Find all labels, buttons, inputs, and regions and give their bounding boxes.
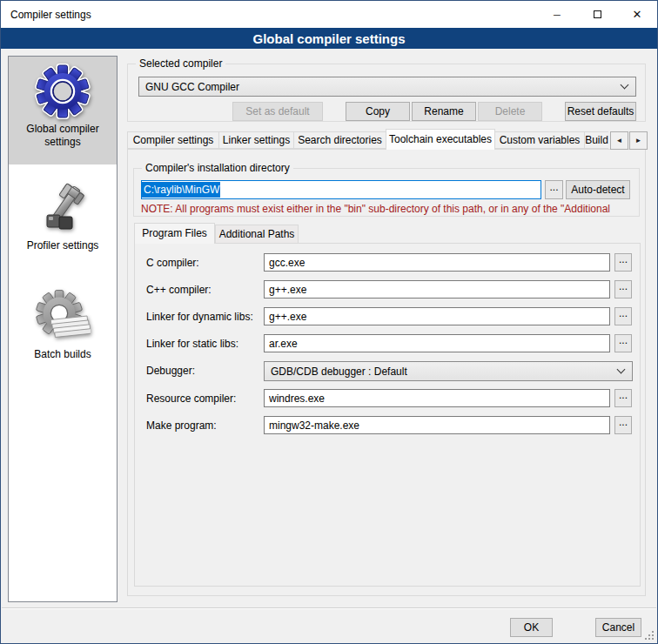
field-row-dynamic-linker: Linker for dynamic libs: ... <box>135 307 640 326</box>
field-row-c-compiler: C compiler: ... <box>135 253 640 272</box>
sidebar-item-global-compiler-settings[interactable]: Global compiler settings <box>9 57 117 164</box>
browse-dynamic-linker-button[interactable]: ... <box>614 307 632 325</box>
field-row-resource-compiler: Resource compiler: ... <box>135 389 640 408</box>
field-label: C compiler: <box>146 257 199 269</box>
batch-builds-icon <box>35 289 91 345</box>
field-label: Linker for static libs: <box>146 338 238 350</box>
installation-directory-group: Compiler's installation directory C:\ray… <box>133 168 640 217</box>
resize-grip[interactable] <box>644 630 655 641</box>
tab-linker-settings[interactable]: Linker settings <box>218 131 294 149</box>
reset-defaults-button[interactable]: Reset defaults <box>565 102 636 121</box>
copy-button[interactable]: Copy <box>346 102 410 121</box>
field-row-cpp-compiler: C++ compiler: ... <box>135 280 640 299</box>
cpp-compiler-input[interactable] <box>264 280 610 299</box>
compiler-select-value: GNU GCC Compiler <box>145 81 239 93</box>
field-label: Resource compiler: <box>146 392 236 405</box>
field-label: Make program: <box>146 419 217 432</box>
tab-scroll-left-button[interactable]: ◄ <box>610 131 628 150</box>
caliper-icon <box>35 180 91 236</box>
tab-build-options[interactable]: Build <box>584 131 608 149</box>
field-row-static-linker: Linker for static libs: ... <box>135 334 640 353</box>
sidebar-item-batch-builds[interactable]: Batch builds <box>9 285 117 382</box>
minimize-button[interactable]: ─ <box>537 1 577 28</box>
window-title: Compiler settings <box>10 9 91 21</box>
tab-toolchain-executables[interactable]: Toolchain executables <box>386 129 495 150</box>
settings-category-list: Global compiler settings Pr <box>8 56 118 602</box>
maximize-button[interactable] <box>577 1 617 28</box>
note-text: NOTE: All programs must exist either in … <box>141 203 634 215</box>
close-icon: ✕ <box>633 8 642 21</box>
delete-button[interactable]: Delete <box>478 102 542 121</box>
debugger-select[interactable]: GDB/CDB debugger : Default <box>264 361 633 381</box>
browse-make-program-button[interactable]: ... <box>614 416 632 434</box>
page-title: Global compiler settings <box>1 28 657 49</box>
set-as-default-button[interactable]: Set as default <box>232 102 323 121</box>
c-compiler-input[interactable] <box>264 253 610 272</box>
browse-directory-button[interactable]: ... <box>545 180 563 199</box>
compiler-select[interactable]: GNU GCC Compiler <box>138 77 636 97</box>
debugger-select-value: GDB/CDB debugger : Default <box>271 366 407 378</box>
sidebar-item-profiler-settings[interactable]: Profiler settings <box>9 177 117 272</box>
cancel-button[interactable]: Cancel <box>595 618 641 637</box>
left-arrow-icon: ◄ <box>616 137 623 144</box>
sidebar-item-label: Batch builds <box>9 348 117 361</box>
make-program-input[interactable] <box>264 416 610 434</box>
field-label: Debugger: <box>146 365 195 377</box>
right-arrow-icon: ► <box>635 137 642 144</box>
field-row-debugger: Debugger: GDB/CDB debugger : Default <box>135 361 640 380</box>
rename-button[interactable]: Rename <box>412 102 476 121</box>
field-label: Linker for dynamic libs: <box>146 311 253 323</box>
program-files-page: C compiler: ... C++ compiler: ... Linker… <box>134 243 641 587</box>
field-label: C++ compiler: <box>146 284 212 296</box>
field-row-make-program: Make program: ... <box>135 416 640 435</box>
auto-detect-button[interactable]: Auto-detect <box>566 180 630 199</box>
chevron-down-icon <box>617 365 626 373</box>
browse-cpp-compiler-button[interactable]: ... <box>614 280 632 299</box>
resource-compiler-input[interactable] <box>264 389 610 407</box>
minimize-icon: ─ <box>554 10 561 20</box>
subtab-additional-paths[interactable]: Additional Paths <box>215 225 299 244</box>
ok-button[interactable]: OK <box>510 618 553 637</box>
browse-c-compiler-button[interactable]: ... <box>614 253 632 272</box>
static-linker-input[interactable] <box>264 334 610 352</box>
selected-compiler-group: Selected compiler GNU GCC Compiler Set a… <box>127 64 646 122</box>
sidebar-item-label: Profiler settings <box>9 239 117 252</box>
selected-text: C:\raylib\MinGW <box>142 182 220 198</box>
tab-scroll-right-button[interactable]: ► <box>629 131 648 150</box>
dynamic-linker-input[interactable] <box>264 307 610 325</box>
tab-custom-variables[interactable]: Custom variables <box>494 131 585 149</box>
group-label: Selected compiler <box>136 57 225 70</box>
tab-compiler-settings[interactable]: Compiler settings <box>127 131 219 149</box>
compiler-settings-dialog: Compiler settings ─ ✕ Global compiler se… <box>0 0 658 644</box>
installation-directory-input[interactable]: C:\raylib\MinGW <box>141 180 541 199</box>
toolchain-executables-panel: Compiler's installation directory C:\ray… <box>127 149 646 596</box>
subtab-program-files[interactable]: Program Files <box>134 223 215 244</box>
close-button[interactable]: ✕ <box>617 1 657 28</box>
blue-gear-icon <box>35 64 91 119</box>
chevron-down-icon <box>621 80 629 89</box>
browse-static-linker-button[interactable]: ... <box>614 334 632 352</box>
group-label: Compiler's installation directory <box>142 162 293 174</box>
maximize-icon <box>594 10 601 18</box>
sidebar-item-label: Global compiler settings <box>9 123 117 149</box>
browse-resource-compiler-button[interactable]: ... <box>614 389 632 407</box>
tab-search-directories[interactable]: Search directories <box>293 131 386 149</box>
footer-divider <box>2 607 656 609</box>
